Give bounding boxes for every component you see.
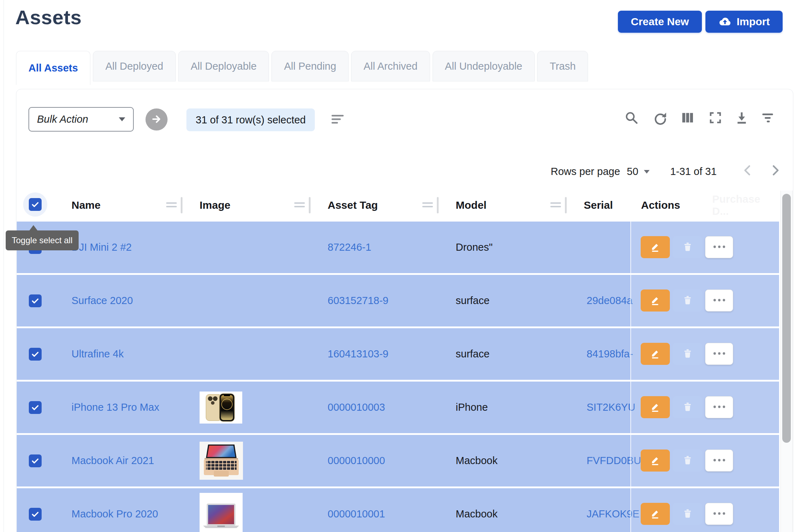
asset-image-cell	[198, 435, 326, 486]
select-all-checkbox[interactable]	[29, 198, 42, 211]
column-header-label: Image	[198, 199, 231, 211]
download-icon[interactable]	[734, 110, 750, 126]
tab-all-deployable[interactable]: All Deployable	[178, 51, 269, 81]
delete-button[interactable]	[673, 396, 702, 418]
window-edge-divider	[4, 0, 4, 532]
tab-all-deployed[interactable]: All Deployed	[93, 51, 176, 81]
more-actions-button[interactable]	[705, 449, 733, 472]
drag-handle-icon[interactable]	[422, 202, 433, 209]
tab-all-pending[interactable]: All Pending	[271, 51, 349, 81]
asset-name-link[interactable]: iPhone 13 Pro Max	[72, 401, 159, 413]
create-new-button[interactable]: Create New	[618, 11, 702, 33]
bulk-action-go-button[interactable]	[145, 108, 168, 131]
more-actions-button[interactable]	[705, 236, 733, 258]
asset-tag-link[interactable]: 872246-1	[328, 241, 371, 253]
asset-tag-link[interactable]: 0000010000	[328, 455, 385, 467]
macbook-air-gold-thumbnail[interactable]	[200, 442, 243, 480]
asset-tag-link[interactable]: 0000010003	[328, 401, 385, 413]
asset-name-cell: Macbook Air 2021	[70, 435, 198, 486]
asset-model-cell: iPhone	[454, 382, 582, 433]
assets-card: Bulk Action 31 of 31 row(s) selected Row…	[16, 89, 793, 532]
column-resize-divider	[565, 197, 567, 213]
drag-handle-icon[interactable]	[166, 202, 177, 209]
rows-per-page-select[interactable]: 50	[627, 166, 650, 177]
filter-icon[interactable]	[760, 110, 776, 126]
macbook-pro-silver-thumbnail[interactable]	[200, 493, 243, 532]
row-select-cell	[17, 382, 70, 433]
vertical-scrollbar[interactable]	[780, 191, 793, 532]
delete-button[interactable]	[673, 449, 702, 472]
row-checkbox[interactable]	[29, 401, 42, 414]
previous-page-button[interactable]	[741, 163, 755, 180]
row-checkbox[interactable]	[29, 508, 42, 521]
more-actions-button[interactable]	[705, 503, 733, 525]
tab-all-archived[interactable]: All Archived	[351, 51, 430, 81]
row-select-cell	[17, 435, 70, 486]
tab-all-assets[interactable]: All Assets	[16, 51, 90, 85]
delete-button[interactable]	[673, 236, 702, 258]
edit-button[interactable]	[641, 289, 670, 312]
edit-button[interactable]	[641, 449, 670, 472]
more-dots-icon	[712, 351, 726, 357]
asset-serial-link[interactable]: 84198bfa-	[587, 348, 633, 360]
edit-button[interactable]	[641, 503, 670, 525]
scrollbar-thumb[interactable]	[782, 194, 791, 443]
asset-tag-link[interactable]: 603152718-9	[328, 295, 388, 307]
search-icon[interactable]	[624, 110, 639, 126]
row-actions-overlay	[630, 382, 779, 433]
row-checkbox[interactable]	[29, 454, 42, 467]
toolbar-lines-icon[interactable]	[332, 115, 344, 126]
edit-pencil-icon	[649, 454, 661, 467]
asset-name-link[interactable]: Surface 2020	[72, 295, 133, 307]
delete-button[interactable]	[673, 503, 702, 525]
column-header-name[interactable]: Name	[70, 191, 198, 219]
asset-name-link[interactable]: Macbook Air 2021	[72, 455, 154, 467]
asset-name-link[interactable]: Ultrafine 4k	[72, 348, 124, 360]
edit-button[interactable]	[641, 343, 670, 365]
row-actions-overlay	[630, 222, 779, 273]
row-checkbox[interactable]	[29, 294, 42, 307]
row-actions-overlay	[630, 275, 779, 326]
tab-all-undeployable[interactable]: All Undeployable	[433, 51, 535, 81]
asset-model-cell: Macbook	[454, 488, 582, 532]
asset-tag-link[interactable]: 160413103-9	[328, 348, 388, 360]
column-header-asset-tag[interactable]: Asset Tag	[326, 191, 454, 219]
selection-status: 31 of 31 row(s) selected	[186, 108, 315, 131]
columns-icon[interactable]	[680, 110, 695, 126]
asset-model: iPhone	[456, 401, 488, 413]
asset-image-cell	[198, 382, 326, 433]
tab-bar: All AssetsAll DeployedAll DeployableAll …	[16, 51, 588, 85]
asset-tag-cell: 872246-1	[326, 222, 454, 273]
column-header-image[interactable]: Image	[198, 191, 326, 219]
delete-button[interactable]	[673, 289, 702, 312]
edit-pencil-icon	[649, 294, 661, 307]
asset-serial-link[interactable]: SIT2K6YU	[587, 401, 635, 413]
more-actions-button[interactable]	[705, 343, 733, 365]
caret-down-icon	[119, 117, 125, 121]
bulk-action-select[interactable]: Bulk Action	[28, 107, 134, 132]
drag-handle-icon[interactable]	[294, 202, 305, 209]
column-resize-divider	[309, 197, 311, 213]
iphone-gold-thumbnail[interactable]	[200, 392, 242, 424]
edit-button[interactable]	[641, 236, 670, 258]
next-page-button[interactable]	[768, 163, 782, 180]
row-checkbox[interactable]	[29, 348, 42, 361]
delete-button[interactable]	[673, 343, 702, 365]
column-header-model[interactable]: Model	[454, 191, 582, 219]
edit-button[interactable]	[641, 396, 670, 418]
asset-tag-cell: 160413103-9	[326, 328, 454, 380]
more-actions-button[interactable]	[705, 396, 733, 418]
more-actions-button[interactable]	[705, 289, 733, 312]
asset-serial-link[interactable]: 29de084a	[587, 295, 632, 307]
fullscreen-icon[interactable]	[708, 110, 723, 126]
page-title: Assets	[15, 6, 82, 29]
row-select-cell	[17, 488, 70, 532]
asset-name-link[interactable]: DJI Mini 2 #2	[72, 241, 132, 253]
asset-tag-link[interactable]: 0000010001	[328, 508, 385, 520]
rows-per-page-label: Rows per page	[551, 166, 620, 177]
refresh-icon[interactable]	[652, 110, 668, 126]
asset-name-link[interactable]: Macbook Pro 2020	[72, 508, 158, 520]
drag-handle-icon[interactable]	[550, 202, 561, 209]
tab-trash[interactable]: Trash	[537, 51, 588, 81]
import-button[interactable]: Import	[705, 11, 783, 33]
